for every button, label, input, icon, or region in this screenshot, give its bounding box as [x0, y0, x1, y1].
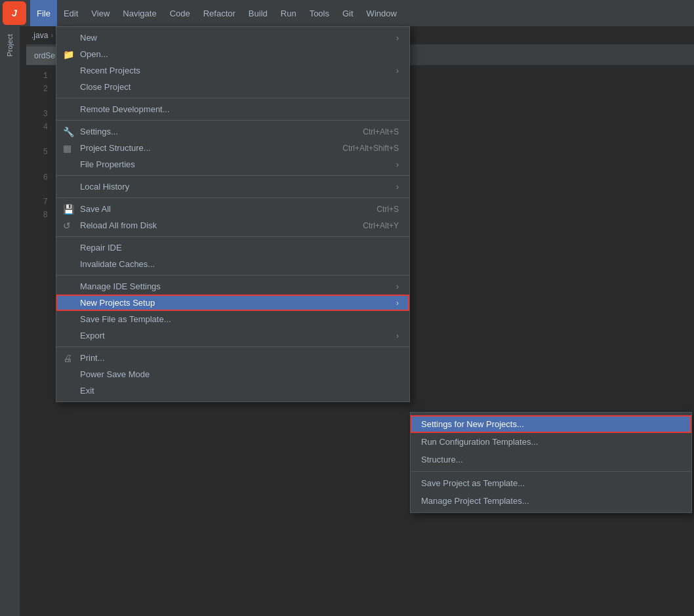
menu-item-open-label: Open...: [80, 49, 108, 59]
menu-navigate[interactable]: Navigate: [116, 0, 163, 26]
submenu-item-structure-label: Structure...: [421, 455, 463, 464]
menu-item-recent-label: Recent Projects: [80, 66, 140, 75]
menu-items: File Edit View Navigate Code Refactor Bu…: [30, 0, 403, 26]
print-icon: 🖨: [63, 353, 72, 363]
menu-build[interactable]: Build: [242, 0, 274, 26]
menu-item-save-all-label: Save All: [80, 204, 111, 214]
menu-item-power-save-label: Power Save Mode: [80, 369, 150, 379]
menu-item-remote-label: Remote Development...: [80, 104, 170, 114]
menu-item-remote[interactable]: Remote Development...: [56, 101, 409, 117]
menu-item-file-props-label: File Properties: [80, 159, 135, 169]
menu-item-manage-ide-label: Manage IDE Settings: [80, 281, 161, 291]
menu-item-exit[interactable]: Exit: [56, 382, 409, 399]
menu-item-reload[interactable]: ↺ Reload All from Disk Ctrl+Alt+Y: [56, 217, 409, 234]
menu-item-save-all[interactable]: 💾 Save All Ctrl+S: [56, 201, 409, 217]
menu-item-print[interactable]: 🖨 Print...: [56, 350, 409, 366]
submenu-item-manage-templates-label: Manage Project Templates...: [421, 496, 529, 506]
menu-item-exit-label: Exit: [80, 386, 94, 396]
sidebar-project-tab[interactable]: Project: [3, 29, 16, 62]
folder-icon: 📁: [63, 49, 74, 60]
menu-refactor[interactable]: Refactor: [197, 0, 242, 26]
divider-7: [56, 346, 409, 347]
menu-bar: J File Edit View Navigate Code Refactor …: [0, 0, 694, 26]
menu-window[interactable]: Window: [360, 0, 403, 26]
submenu-item-run-config[interactable]: Run Configuration Templates...: [411, 433, 691, 451]
menu-item-save-template[interactable]: Save File as Template...: [56, 311, 409, 327]
menu-item-close-project[interactable]: Close Project: [56, 79, 409, 95]
menu-run[interactable]: Run: [274, 0, 303, 26]
menu-item-new-projects-setup[interactable]: New Projects Setup ›: [56, 295, 409, 311]
submenu-item-settings-new[interactable]: Settings for New Projects...: [411, 415, 691, 433]
menu-item-save-template-label: Save File as Template...: [80, 314, 171, 324]
divider-4: [56, 197, 409, 198]
menu-item-new-label: New: [80, 33, 97, 43]
menu-item-recent[interactable]: Recent Projects ›: [56, 62, 409, 79]
menu-item-new[interactable]: New ›: [56, 30, 409, 46]
app-logo: J: [3, 1, 26, 25]
menu-item-repair-label: Repair IDE: [80, 243, 122, 253]
menu-item-print-label: Print...: [80, 353, 105, 363]
divider-6: [56, 275, 409, 276]
menu-item-reload-label: Reload All from Disk: [80, 220, 157, 230]
grid-icon: ▦: [63, 143, 71, 154]
menu-item-settings-label: Settings...: [80, 127, 118, 136]
menu-item-power-save[interactable]: Power Save Mode: [56, 366, 409, 382]
menu-item-local-history-label: Local History: [80, 182, 129, 192]
menu-view[interactable]: View: [85, 0, 116, 26]
save-icon: 💾: [63, 204, 74, 215]
submenu-item-save-project-template[interactable]: Save Project as Template...: [411, 474, 691, 492]
menu-item-close-label: Close Project: [80, 82, 131, 92]
menu-item-repair[interactable]: Repair IDE: [56, 239, 409, 256]
menu-item-new-projects-setup-label: New Projects Setup: [80, 298, 155, 308]
menu-item-settings[interactable]: 🔧 Settings... Ctrl+Alt+S: [56, 123, 409, 140]
divider-1: [56, 98, 409, 98]
divider-5: [56, 236, 409, 237]
submenu-new-projects: Settings for New Projects... Run Configu…: [410, 412, 692, 513]
menu-item-open[interactable]: 📁 Open...: [56, 46, 409, 62]
submenu-item-manage-templates[interactable]: Manage Project Templates...: [411, 492, 691, 510]
menu-item-export-label: Export: [80, 331, 105, 340]
menu-item-invalidate[interactable]: Invalidate Caches...: [56, 256, 409, 272]
divider-3: [56, 175, 409, 176]
menu-item-local-history[interactable]: Local History ›: [56, 178, 409, 195]
menu-tools[interactable]: Tools: [303, 0, 336, 26]
submenu-divider: [411, 471, 691, 472]
divider-2: [56, 120, 409, 121]
breadcrumb-file: .java: [31, 31, 48, 40]
menu-file[interactable]: File: [30, 0, 57, 26]
sidebar: Project: [0, 26, 20, 616]
menu-item-file-props[interactable]: File Properties ›: [56, 156, 409, 173]
submenu-item-save-project-template-label: Save Project as Template...: [421, 478, 525, 488]
file-menu-dropdown: New › 📁 Open... Recent Projects › Close …: [56, 26, 410, 402]
reload-icon: ↺: [63, 220, 71, 231]
menu-item-manage-ide[interactable]: Manage IDE Settings ›: [56, 278, 409, 295]
menu-git[interactable]: Git: [336, 0, 360, 26]
menu-item-export[interactable]: Export ›: [56, 327, 409, 344]
menu-item-invalidate-label: Invalidate Caches...: [80, 259, 155, 269]
menu-edit[interactable]: Edit: [57, 0, 85, 26]
menu-code[interactable]: Code: [163, 0, 197, 26]
submenu-item-run-config-label: Run Configuration Templates...: [421, 437, 538, 447]
menu-item-project-structure-label: Project Structure...: [80, 143, 151, 153]
submenu-item-settings-new-label: Settings for New Projects...: [421, 419, 524, 429]
menu-item-project-structure[interactable]: ▦ Project Structure... Ctrl+Alt+Shift+S: [56, 140, 409, 156]
submenu-item-structure[interactable]: Structure...: [411, 451, 691, 468]
wrench-icon: 🔧: [63, 127, 74, 137]
